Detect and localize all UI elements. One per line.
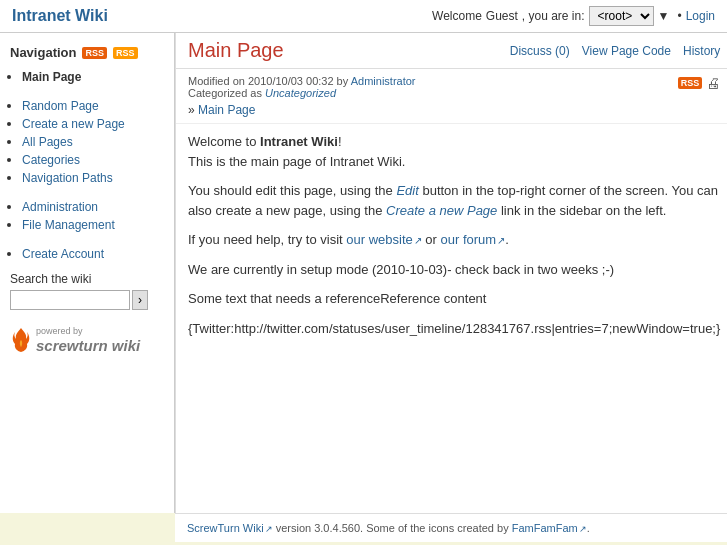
screwturn-link[interactable]: ScrewTurn Wiki: [187, 522, 273, 534]
footer: ScrewTurn Wiki version 3.0.4.560. Some o…: [175, 513, 727, 542]
nav-list-account: Create Account: [0, 246, 174, 261]
list-item: Main Page: [22, 69, 174, 84]
sidebar: Navigation RSS RSS Main Page Random Page…: [0, 33, 175, 513]
page-meta-icons: RSS 🖨: [678, 75, 721, 91]
setup-paragraph: We are currently in setup mode (2010-10-…: [188, 260, 720, 280]
sidebar-powered: powered by screwturn wiki: [0, 314, 174, 363]
help-para: If you need help, try to visit: [188, 232, 346, 247]
category-link[interactable]: Uncategorized: [265, 87, 336, 99]
list-item: Random Page: [22, 98, 174, 113]
nav-list-admin: Administration File Management: [0, 199, 174, 232]
list-item: Administration: [22, 199, 174, 214]
breadcrumb-prefix: »: [188, 103, 195, 117]
twitter-code: {Twitter:http://twitter.com/statuses/use…: [188, 321, 720, 336]
modified-label: Modified on 2010/10/03 00:32 by: [188, 75, 348, 87]
breadcrumb: » Main Page: [176, 101, 727, 123]
guest-label: Guest: [486, 9, 518, 23]
list-item: Create Account: [22, 246, 174, 261]
list-item: Navigation Paths: [22, 170, 174, 185]
reference-text: Some text that needs a referenceReferenc…: [188, 291, 486, 306]
screwturn-logo: powered by screwturn wiki: [10, 326, 140, 355]
list-item: Categories: [22, 152, 174, 167]
twitter-paragraph: {Twitter:http://twitter.com/statuses/use…: [188, 319, 720, 339]
page-title: Main Page: [188, 39, 284, 62]
list-item: File Management: [22, 217, 174, 232]
flame-icon: [10, 326, 32, 354]
nav-categories[interactable]: Categories: [22, 153, 80, 167]
wiki-name-bold: Intranet Wiki: [260, 134, 338, 149]
welcome-paragraph: Welcome to Intranet Wiki! This is the ma…: [188, 132, 720, 171]
nav-nav-paths[interactable]: Navigation Paths: [22, 171, 113, 185]
help-paragraph: If you need help, try to visit our websi…: [188, 230, 720, 250]
welcome-label: Welcome: [432, 9, 482, 23]
our-website-link[interactable]: our website: [346, 232, 421, 247]
help-end: .: [505, 232, 509, 247]
setup-text: We are currently in setup mode (2010-10-…: [188, 262, 614, 277]
nav-administration[interactable]: Administration: [22, 200, 98, 214]
header-separator: ▼: [658, 9, 670, 23]
search-input[interactable]: [10, 290, 130, 310]
print-icon[interactable]: 🖨: [706, 75, 720, 91]
footer-end: .: [587, 522, 590, 534]
page-rss-badge[interactable]: RSS: [678, 77, 703, 89]
create-para-end: link in the sidebar on the left.: [497, 203, 666, 218]
page-actions: Discuss (0) View Page Code History: [510, 44, 721, 58]
layout: Navigation RSS RSS Main Page Random Page…: [0, 33, 727, 513]
login-link[interactable]: Login: [686, 9, 715, 23]
site-title: Intranet Wiki: [12, 7, 108, 25]
main-content: Main Page Discuss (0) View Page Code His…: [175, 33, 727, 513]
page-content: Welcome to Intranet Wiki! This is the ma…: [176, 123, 727, 364]
footer-version: version 3.0.4.560. Some of the icons cre…: [273, 522, 512, 534]
sidebar-nav-header: Navigation RSS RSS: [0, 41, 174, 66]
discuss-link[interactable]: Discuss (0): [510, 44, 570, 58]
location-select[interactable]: <root>: [589, 6, 654, 26]
welcome-exclaim: !: [338, 134, 342, 149]
page-meta: Modified on 2010/10/03 00:32 by Administ…: [176, 69, 727, 101]
nav-create-account[interactable]: Create Account: [22, 247, 104, 261]
nav-all-pages[interactable]: All Pages: [22, 135, 73, 149]
you-are-in-label: , you are in:: [522, 9, 585, 23]
welcome-text: Welcome to: [188, 134, 260, 149]
nav-create-page[interactable]: Create a new Page: [22, 117, 125, 131]
reference-paragraph: Some text that needs a referenceReferenc…: [188, 289, 720, 309]
nav-random-page[interactable]: Random Page: [22, 99, 99, 113]
page-toolbar: Main Page Discuss (0) View Page Code His…: [176, 33, 727, 69]
page-meta-left: Modified on 2010/10/03 00:32 by Administ…: [188, 75, 416, 99]
rss-badge-2[interactable]: RSS: [113, 47, 138, 59]
or-text: or: [422, 232, 441, 247]
edit-paragraph: You should edit this page, using the Edi…: [188, 181, 720, 220]
history-link[interactable]: History: [683, 44, 720, 58]
sidebar-search: Search the wiki ›: [0, 264, 174, 314]
header: Intranet Wiki Welcome Guest , you are in…: [0, 0, 727, 33]
edit-para-1: You should edit this page, using the: [188, 183, 396, 198]
header-right: Welcome Guest , you are in: <root> ▼ • L…: [432, 6, 715, 26]
famfam-link[interactable]: FamFamFam: [512, 522, 587, 534]
list-item: All Pages: [22, 134, 174, 149]
rss-badge-1[interactable]: RSS: [82, 47, 107, 59]
nav-list-secondary: Random Page Create a new Page All Pages …: [0, 98, 174, 185]
nav-main-page[interactable]: Main Page: [22, 70, 81, 84]
nav-file-management[interactable]: File Management: [22, 218, 115, 232]
navigation-label: Navigation: [10, 45, 76, 60]
screwturn-text: powered by screwturn wiki: [36, 326, 140, 355]
this-is-text: This is the main page of Intranet Wiki.: [188, 154, 405, 169]
search-button[interactable]: ›: [132, 290, 148, 310]
author-link[interactable]: Administrator: [351, 75, 416, 87]
list-item: Create a new Page: [22, 116, 174, 131]
view-page-code-link[interactable]: View Page Code: [582, 44, 671, 58]
create-new-page-link[interactable]: Create a new Page: [386, 203, 497, 218]
sidebar-search-row: ›: [10, 290, 164, 310]
breadcrumb-link[interactable]: Main Page: [198, 103, 255, 117]
our-forum-link[interactable]: our forum: [441, 232, 506, 247]
search-label: Search the wiki: [10, 272, 164, 286]
edit-link[interactable]: Edit: [396, 183, 418, 198]
nav-list: Main Page: [0, 69, 174, 84]
categorized-label: Categorized as: [188, 87, 262, 99]
